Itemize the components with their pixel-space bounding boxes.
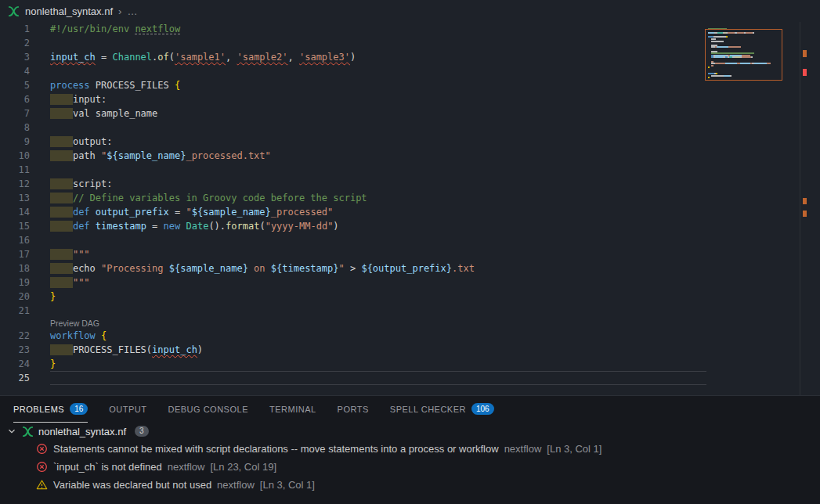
line-number[interactable]: 9 (0, 135, 30, 149)
line-number[interactable]: 3 (0, 50, 30, 64)
codelens-preview-dag[interactable]: Preview DAG (50, 318, 99, 329)
problem-source: nextflow (504, 443, 542, 455)
tab-output[interactable]: OUTPUT (109, 396, 146, 423)
code-line[interactable]: val sample_name (50, 106, 157, 121)
problem-source: nextflow (168, 461, 205, 473)
vscode-window: nonlethal_syntax.nf › … 1#!/usr/bin/env … (0, 0, 820, 504)
code-token: "Processing (101, 263, 169, 274)
code-line[interactable]: """ (50, 275, 90, 290)
code-line[interactable]: } (50, 290, 56, 304)
bottom-panel: PROBLEMS 16 OUTPUT DEBUG CONSOLE TERMINA… (0, 395, 820, 504)
line-number[interactable]: 16 (0, 233, 30, 247)
line-number[interactable]: 19 (0, 275, 30, 290)
problems-file-group[interactable]: nonlethal_syntax.nf 3 (0, 423, 820, 440)
code-token: _processed.txt" (186, 150, 270, 161)
code-token: _processed" (271, 207, 333, 218)
overview-ruler-mark (803, 198, 807, 204)
line-number[interactable]: 5 (0, 78, 30, 92)
code-line[interactable]: def timestamp = new Date().format("yyyy-… (50, 219, 339, 233)
code-token (50, 263, 73, 274)
problem-row[interactable]: Variable was declared but not used nextf… (0, 476, 820, 494)
code-token: ${sample_name} (169, 263, 248, 274)
line-number[interactable]: 24 (0, 357, 30, 371)
line-number[interactable] (0, 318, 30, 329)
code-token: } (50, 291, 56, 302)
code-token: " (186, 207, 191, 218)
line-number[interactable]: 20 (0, 290, 30, 304)
code-line[interactable]: def output_prefix = "${sample_name}_proc… (50, 205, 333, 219)
line-number[interactable]: 4 (0, 64, 30, 78)
line-number[interactable]: 18 (0, 261, 30, 275)
tab-terminal[interactable]: TERMINAL (269, 396, 316, 423)
code-line[interactable]: PROCESS_FILES(input_ch) (50, 343, 203, 357)
code-token: ) (350, 52, 356, 63)
code-line[interactable]: script: (50, 177, 112, 191)
line-number[interactable]: 11 (0, 163, 30, 177)
minimap[interactable] (708, 28, 800, 81)
code-line[interactable]: workflow { (50, 329, 107, 343)
tab-ports[interactable]: PORTS (338, 396, 369, 423)
code-line[interactable]: } (50, 357, 56, 371)
spell-checker-count-badge: 106 (471, 403, 494, 415)
breadcrumb-file[interactable]: nonlethal_syntax.nf (25, 5, 113, 17)
code-line[interactable]: echo "Processing ${sample_name} on ${tim… (50, 261, 475, 275)
code-line[interactable]: path "${sample_name}_processed.txt" (50, 149, 271, 163)
code-token (50, 344, 73, 355)
code-token: = (96, 52, 113, 63)
error-icon (36, 461, 48, 473)
problem-row[interactable]: `input_ch` is not defined nextflow [Ln 2… (0, 458, 820, 476)
code-token: } (50, 358, 56, 369)
overview-ruler-mark (803, 69, 807, 76)
breadcrumb-symbol-more[interactable]: … (127, 5, 137, 17)
code-line[interactable]: #!/usr/bin/env nextflow (50, 22, 180, 36)
line-number[interactable]: 6 (0, 92, 30, 106)
breadcrumb-separator: › (118, 5, 121, 17)
line-number[interactable]: 12 (0, 177, 30, 191)
line-number[interactable]: 21 (0, 304, 30, 318)
code-token: { (175, 80, 180, 91)
code-line[interactable]: """ (50, 247, 90, 261)
line-number[interactable]: 23 (0, 343, 30, 357)
line-number[interactable]: 7 (0, 106, 30, 121)
problems-count-badge: 16 (70, 403, 88, 415)
line-number[interactable]: 25 (0, 371, 30, 385)
tab-ports-label: PORTS (338, 405, 369, 414)
line-number[interactable]: 14 (0, 205, 30, 219)
code-line[interactable]: // Define variables in Groovy code befor… (50, 191, 367, 205)
code-token: " (339, 263, 345, 274)
code-token: process (50, 80, 90, 91)
line-number[interactable]: 13 (0, 191, 30, 205)
code-token: of (157, 52, 168, 63)
code-line[interactable]: output: (50, 135, 112, 149)
line-number[interactable]: 2 (0, 36, 30, 50)
problem-row[interactable]: Statements cannot be mixed with script d… (0, 440, 820, 458)
tab-problems-label: PROBLEMS (13, 405, 64, 414)
nextflow-file-icon (22, 426, 34, 437)
code-line[interactable]: process PROCESS_FILES { (50, 78, 180, 92)
code-line[interactable]: input: (50, 92, 107, 106)
tab-spell-checker[interactable]: SPELL CHECKER 106 (390, 396, 494, 423)
error-icon (36, 443, 48, 455)
code-line[interactable] (50, 371, 706, 385)
overview-ruler-mark (803, 211, 807, 217)
problem-location: [Ln 3, Col 1] (547, 443, 601, 455)
tab-problems[interactable]: PROBLEMS 16 (13, 396, 88, 423)
code-area[interactable]: 1#!/usr/bin/env nextflow23input_ch = Cha… (0, 22, 721, 385)
problems-tree: nonlethal_syntax.nf 3 Statements cannot … (0, 423, 820, 494)
line-number[interactable]: 17 (0, 247, 30, 261)
tab-spell-checker-label: SPELL CHECKER (390, 405, 466, 414)
line-number[interactable]: 8 (0, 121, 30, 135)
code-token (90, 221, 96, 232)
code-token: ${output_prefix} (361, 263, 452, 274)
code-line[interactable]: input_ch = Channel.of('sample1', 'sample… (50, 50, 356, 64)
code-token: { (101, 330, 107, 341)
code-token (50, 277, 73, 288)
code-token (50, 193, 73, 203)
overview-ruler[interactable] (800, 22, 820, 395)
line-number[interactable]: 1 (0, 22, 30, 36)
line-number[interactable]: 10 (0, 149, 30, 163)
line-number[interactable]: 15 (0, 219, 30, 233)
tab-debug-console[interactable]: DEBUG CONSOLE (168, 396, 248, 423)
editor: 1#!/usr/bin/env nextflow23input_ch = Cha… (0, 22, 820, 395)
line-number[interactable]: 22 (0, 329, 30, 343)
